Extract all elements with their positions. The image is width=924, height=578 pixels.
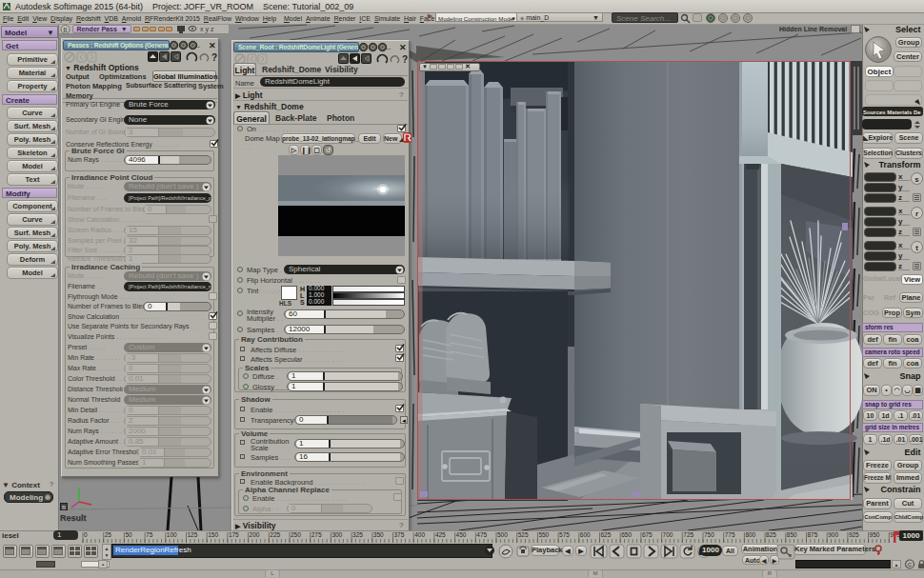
svg-text:750: 750 [704,531,714,538]
svg-text:875: 875 [808,531,818,538]
svg-text:925: 925 [849,531,859,538]
svg-text:x y z: x y z [200,26,214,33]
svg-text:275: 275 [311,531,322,538]
svg-text:825: 825 [766,531,776,538]
svg-text:700: 700 [663,531,673,538]
svg-text:525: 525 [518,531,529,538]
svg-text:B: B [63,27,67,33]
svg-text:575: 575 [559,531,570,538]
svg-text:300: 300 [331,531,342,538]
svg-text:100: 100 [167,531,177,538]
svg-text:450: 450 [456,531,467,538]
svg-text:200: 200 [250,531,260,538]
svg-text:?: ? [211,52,217,63]
svg-text:400: 400 [414,531,425,538]
svg-text:675: 675 [642,531,653,538]
svg-text:850: 850 [787,531,797,538]
svg-text:650: 650 [621,531,632,538]
svg-text:t: t [915,244,918,252]
svg-text:375: 375 [394,531,405,538]
svg-text:800: 800 [745,531,755,538]
svg-text:725: 725 [683,531,693,538]
svg-text:775: 775 [725,531,735,538]
svg-text:225: 225 [270,531,280,538]
svg-text:500: 500 [497,531,508,538]
svg-text:175: 175 [229,531,239,538]
svg-text:625: 625 [601,531,612,538]
svg-text:425: 425 [435,531,446,538]
svg-text:350: 350 [373,531,384,538]
svg-text:0: 0 [84,531,88,538]
svg-text:550: 550 [538,531,549,538]
svg-text:325: 325 [352,531,363,538]
svg-text:r: r [915,209,918,218]
svg-text:50: 50 [125,531,132,538]
svg-text:150: 150 [208,531,218,538]
svg-text:950: 950 [870,531,880,538]
svg-text:900: 900 [828,531,838,538]
svg-text:250: 250 [291,531,301,538]
svg-text:25: 25 [105,531,112,538]
svg-text:600: 600 [580,531,591,538]
svg-text:125: 125 [188,531,198,538]
svg-text:?: ? [402,54,408,65]
svg-text:s: s [914,175,919,184]
svg-text:C: C [908,562,913,568]
svg-text:75: 75 [146,531,153,538]
svg-text:475: 475 [476,531,487,538]
